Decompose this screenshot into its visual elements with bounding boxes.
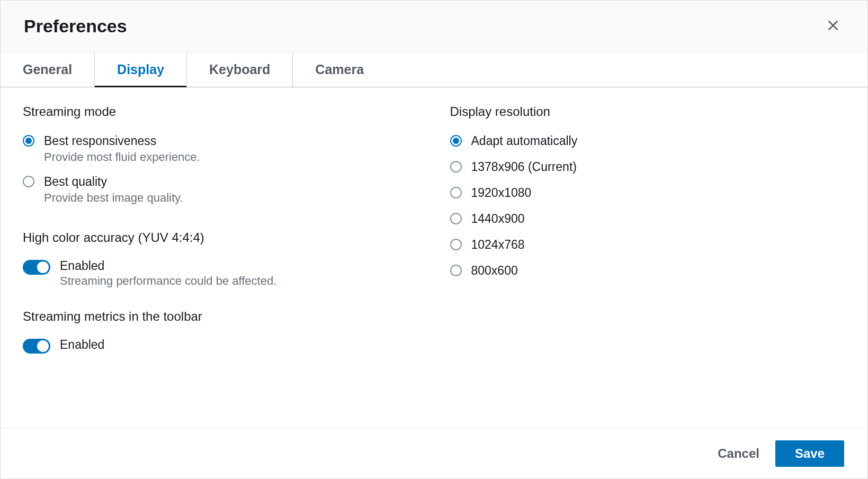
tab-general[interactable]: General <box>1 52 95 87</box>
radio-resolution-1024[interactable]: 1024x768 <box>450 237 846 253</box>
radio-label: 800x600 <box>471 263 518 279</box>
right-column: Display resolution Adapt automatically 1… <box>450 104 846 411</box>
radio-label: Best quality <box>44 174 183 190</box>
radio-text: Best quality Provide best image quality. <box>44 174 183 205</box>
radio-resolution-1920[interactable]: 1920x1080 <box>450 185 846 201</box>
toggle-switch[interactable] <box>23 339 50 354</box>
radio-resolution-current[interactable]: 1378x906 (Current) <box>450 159 846 175</box>
radio-label: 1920x1080 <box>471 185 532 201</box>
radio-desc: Provide best image quality. <box>44 191 183 205</box>
radio-best-quality[interactable]: Best quality Provide best image quality. <box>23 174 418 205</box>
radio-icon <box>23 135 34 147</box>
tab-camera[interactable]: Camera <box>293 52 386 87</box>
preferences-dialog: Preferences General Display Keyboard Cam… <box>0 0 868 479</box>
content: Streaming mode Best responsiveness Provi… <box>1 87 867 428</box>
dialog-title: Preferences <box>24 16 127 37</box>
toggle-text: Enabled <box>60 338 104 352</box>
toggle-text: Enabled Streaming performance could be a… <box>60 259 276 288</box>
radio-icon <box>450 187 462 198</box>
close-icon <box>826 19 840 34</box>
resolution-group: Adapt automatically 1378x906 (Current) 1… <box>450 133 846 279</box>
tab-keyboard[interactable]: Keyboard <box>187 52 293 87</box>
radio-resolution-adapt[interactable]: Adapt automatically <box>450 133 846 149</box>
radio-label: Adapt automatically <box>471 133 578 149</box>
toggle-color-accuracy: Enabled Streaming performance could be a… <box>23 259 418 288</box>
radio-icon <box>450 135 462 147</box>
tab-display[interactable]: Display <box>95 52 187 87</box>
radio-icon <box>450 213 462 224</box>
toggle-metrics: Enabled <box>23 338 418 354</box>
radio-best-responsiveness[interactable]: Best responsiveness Provide most fluid e… <box>23 133 418 164</box>
radio-label: Best responsiveness <box>44 133 200 149</box>
toggle-label: Enabled <box>60 338 104 352</box>
radio-icon <box>450 161 462 173</box>
radio-text: Best responsiveness Provide most fluid e… <box>44 133 200 164</box>
resolution-title: Display resolution <box>450 104 846 119</box>
save-button[interactable]: Save <box>775 440 844 467</box>
metrics-title: Streaming metrics in the toolbar <box>23 309 418 324</box>
footer: Cancel Save <box>1 428 867 478</box>
radio-label: 1378x906 (Current) <box>471 159 577 175</box>
streaming-mode-group: Best responsiveness Provide most fluid e… <box>23 133 418 205</box>
toggle-label: Enabled <box>60 259 276 273</box>
radio-desc: Provide most fluid experience. <box>44 150 200 164</box>
radio-resolution-1440[interactable]: 1440x900 <box>450 211 846 227</box>
streaming-mode-title: Streaming mode <box>23 104 418 119</box>
radio-label: 1024x768 <box>471 237 525 253</box>
toggle-desc: Streaming performance could be affected. <box>60 274 276 288</box>
left-column: Streaming mode Best responsiveness Provi… <box>23 104 418 411</box>
toggle-switch[interactable] <box>23 260 50 275</box>
radio-icon <box>450 239 462 250</box>
dialog-header: Preferences <box>1 1 867 52</box>
radio-icon <box>450 265 462 276</box>
close-button[interactable] <box>822 14 844 38</box>
cancel-button[interactable]: Cancel <box>713 441 764 466</box>
tabs: General Display Keyboard Camera <box>1 52 867 87</box>
radio-icon <box>23 176 34 187</box>
radio-resolution-800[interactable]: 800x600 <box>450 263 846 279</box>
color-accuracy-title: High color accuracy (YUV 4:4:4) <box>23 230 418 245</box>
radio-label: 1440x900 <box>471 211 525 227</box>
